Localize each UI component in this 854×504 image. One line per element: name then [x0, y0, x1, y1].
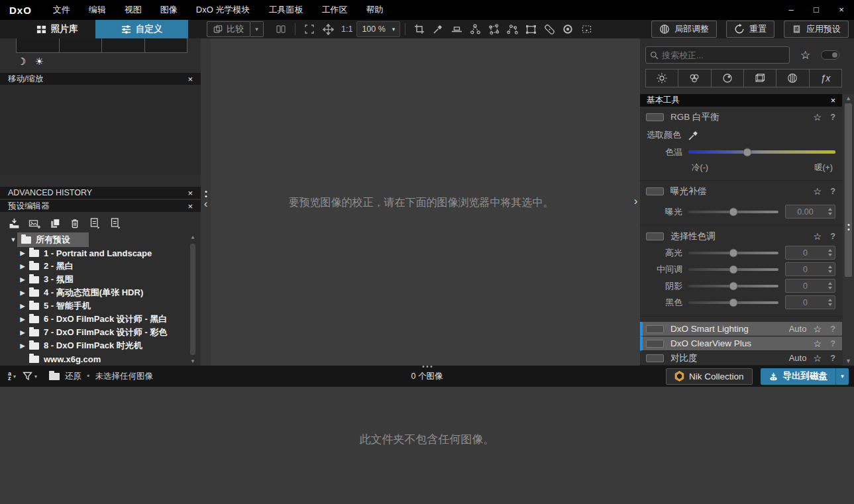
stepper-icon[interactable]: [825, 282, 835, 289]
white-balance-picker-icon[interactable]: [430, 21, 446, 37]
slider-handle[interactable]: [729, 298, 738, 307]
white-balance-checkbox[interactable]: [646, 113, 664, 121]
export-to-disk-button[interactable]: 导出到磁盘: [761, 368, 836, 385]
tab-geometry[interactable]: [743, 69, 776, 87]
perspective-tool-icon[interactable]: [523, 21, 539, 37]
red-eye-tool-icon[interactable]: [560, 21, 576, 37]
close-icon[interactable]: ×: [187, 201, 193, 211]
scroll-down-icon[interactable]: ▼: [843, 358, 854, 364]
shadow-clipping-icon[interactable]: ☽: [17, 56, 26, 68]
crop-tool-icon[interactable]: [411, 21, 427, 37]
help-icon[interactable]: ?: [829, 187, 836, 196]
nik-collection-button[interactable]: Nik Collection: [666, 368, 753, 385]
favorite-star-icon[interactable]: ☆: [813, 186, 822, 197]
export-options-dropdown[interactable]: ▾: [835, 368, 849, 385]
basic-tools-header[interactable]: 基本工具 ×: [640, 94, 842, 107]
sort-dropdown-icon[interactable]: ▾: [13, 374, 16, 379]
selection-tool-icon[interactable]: [578, 21, 594, 37]
move-zoom-palette-header[interactable]: 移动/缩放 ×: [0, 73, 201, 85]
tri-right-icon[interactable]: ▶: [19, 276, 27, 283]
preset-tree-scrollbar[interactable]: ▼ ▼: [189, 234, 197, 364]
preset-editor-palette-header[interactable]: 预设编辑器 ×: [0, 200, 201, 212]
import-preset-icon[interactable]: [9, 218, 20, 229]
horizon-tool-icon[interactable]: [449, 21, 464, 37]
tri-right-icon[interactable]: ▶: [19, 303, 27, 309]
slider-handle[interactable]: [743, 148, 751, 156]
preset-folder[interactable]: ▶ 3 - 氛围: [0, 273, 201, 286]
preset-folder[interactable]: ▶ www.x6g.com: [0, 352, 201, 366]
menu-file[interactable]: 文件: [44, 0, 80, 20]
tab-photo-library[interactable]: 照片库: [19, 20, 95, 38]
exposure-slider[interactable]: [688, 211, 778, 213]
help-icon[interactable]: ?: [829, 339, 836, 348]
close-icon[interactable]: ×: [187, 74, 193, 84]
shadows-slider[interactable]: [688, 285, 778, 287]
fit-screen-icon[interactable]: [301, 21, 317, 37]
active-corrections-toggle[interactable]: [821, 50, 839, 60]
slider-handle[interactable]: [729, 207, 738, 216]
scroll-up-icon[interactable]: ▼: [843, 95, 854, 102]
reset-button[interactable]: 重置: [726, 21, 774, 38]
control-polygon-tool-icon[interactable]: [486, 21, 502, 37]
browser-resize-handle[interactable]: [422, 366, 432, 368]
search-corrections-box[interactable]: [645, 46, 790, 64]
slider-handle[interactable]: [729, 281, 738, 290]
preset-folder[interactable]: ▶ 2 - 黑白: [0, 260, 201, 273]
smart-lighting-checkbox[interactable]: [646, 325, 664, 333]
stepper-icon[interactable]: [825, 299, 835, 306]
temperature-slider[interactable]: [688, 150, 835, 154]
tab-detail[interactable]: [711, 69, 743, 87]
stepper-icon[interactable]: [825, 266, 835, 273]
close-icon[interactable]: ×: [187, 188, 193, 198]
tri-right-icon[interactable]: ▶: [19, 342, 27, 349]
tab-light[interactable]: [645, 69, 678, 87]
menu-tool-palettes[interactable]: 工具面板: [259, 0, 312, 20]
tab-customize[interactable]: 自定义: [95, 20, 188, 38]
menu-view[interactable]: 视图: [115, 0, 151, 20]
scrollbar-thumb[interactable]: [845, 103, 852, 277]
duplicate-preset-icon[interactable]: [50, 218, 61, 229]
blacks-value-input[interactable]: 0: [785, 295, 835, 309]
midtones-value-input[interactable]: 0: [785, 262, 835, 276]
preset-folder[interactable]: ▶ 6 - DxO FilmPack 设计师 - 黑白: [0, 313, 201, 326]
advanced-history-palette-header[interactable]: ADVANCED HISTORY ×: [0, 187, 201, 199]
contrast-row[interactable]: 对比度 Auto ☆ ?: [640, 351, 842, 366]
repair-tool-icon[interactable]: [541, 21, 557, 37]
stepper-icon[interactable]: [825, 249, 835, 256]
clearview-checkbox[interactable]: [646, 340, 664, 348]
filter-icon[interactable]: [23, 372, 32, 381]
highlights-slider[interactable]: [688, 252, 778, 254]
preset-folder[interactable]: ▶ 1 - Portrait and Landscape: [0, 246, 201, 260]
create-preset-from-image-icon[interactable]: [28, 218, 41, 229]
filter-dropdown-icon[interactable]: ▾: [34, 374, 37, 379]
right-panel-splitter[interactable]: ›: [631, 38, 640, 366]
current-folder-label[interactable]: 还原: [65, 371, 81, 382]
favorite-star-icon[interactable]: ☆: [813, 353, 822, 364]
slider-handle[interactable]: [729, 248, 738, 257]
help-icon[interactable]: ?: [829, 113, 836, 122]
close-button[interactable]: ×: [829, 0, 854, 20]
tri-right-icon[interactable]: ▶: [19, 263, 27, 270]
preset-folder-all[interactable]: ▼ 所有预设: [0, 233, 201, 246]
slider-handle[interactable]: [729, 265, 738, 274]
exposure-value-input[interactable]: 0.00: [785, 205, 835, 219]
clearview-row[interactable]: DxO ClearView Plus ☆ ?: [640, 336, 842, 351]
preset-folder[interactable]: ▶ 7 - DxO FilmPack 设计师 - 彩色: [0, 326, 201, 339]
tab-effects[interactable]: ƒx: [809, 69, 842, 87]
favorite-star-icon[interactable]: ☆: [813, 112, 822, 123]
preset-folder[interactable]: ▶ 4 - 高动态范围(单张 HDR): [0, 286, 201, 299]
scroll-down-icon[interactable]: ▼: [189, 358, 197, 364]
help-icon[interactable]: ?: [829, 232, 836, 241]
scrollbar-thumb[interactable]: [190, 244, 195, 355]
scroll-up-icon[interactable]: ▼: [189, 234, 197, 240]
compare-button[interactable]: 比较: [207, 21, 250, 37]
compare-dropdown[interactable]: ▾: [250, 21, 264, 37]
highlight-clipping-icon[interactable]: ☀: [34, 56, 43, 68]
control-line-tool-icon[interactable]: [504, 21, 520, 37]
local-adjustments-button[interactable]: 局部调整: [651, 21, 717, 38]
tab-color[interactable]: [678, 69, 710, 87]
apply-preset-button[interactable]: 应用预设: [784, 21, 849, 38]
selective-tone-checkbox[interactable]: [646, 232, 664, 240]
import-export-preset-icon[interactable]: [109, 217, 121, 229]
favorite-star-icon[interactable]: ☆: [813, 338, 822, 349]
